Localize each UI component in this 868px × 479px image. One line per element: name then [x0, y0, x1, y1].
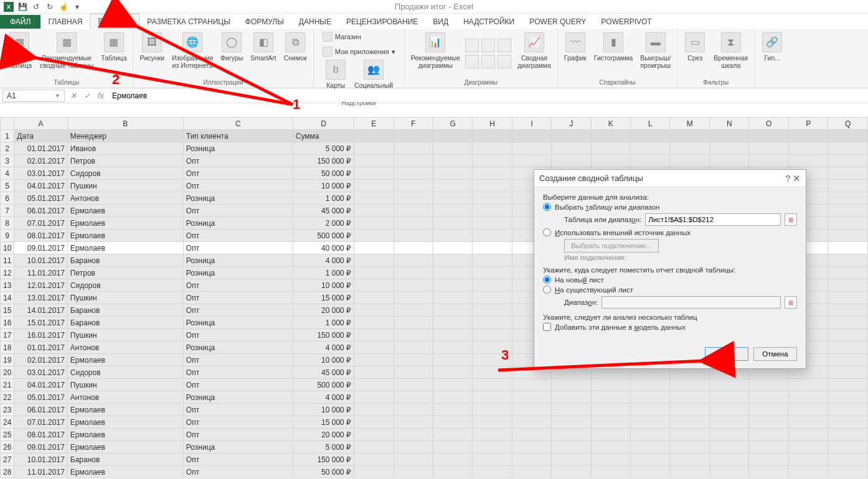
cell[interactable]: Розница: [183, 192, 293, 205]
opt-existing-sheet[interactable]: На существующий лист: [543, 286, 797, 294]
row-header[interactable]: 11: [1, 254, 14, 267]
row-header[interactable]: 20: [1, 366, 14, 379]
cell[interactable]: [433, 180, 472, 192]
cell[interactable]: [591, 142, 630, 155]
enter-icon[interactable]: ✓: [82, 91, 92, 100]
cell[interactable]: [473, 391, 512, 404]
cell[interactable]: [512, 404, 551, 416]
cell[interactable]: [394, 254, 433, 267]
tab-file[interactable]: ФАЙЛ: [0, 15, 40, 29]
cell[interactable]: [354, 242, 394, 254]
fx-icon[interactable]: fx: [96, 91, 106, 100]
cell[interactable]: [394, 180, 433, 192]
cell[interactable]: [433, 441, 472, 453]
cell[interactable]: [394, 142, 433, 155]
cell[interactable]: [473, 192, 512, 205]
cell[interactable]: Ермолаев: [67, 230, 183, 242]
cell[interactable]: [670, 441, 710, 453]
cell[interactable]: [670, 130, 710, 142]
cell[interactable]: [354, 167, 394, 180]
cell[interactable]: [749, 142, 788, 155]
cell[interactable]: [828, 292, 868, 304]
row-header[interactable]: 14: [1, 292, 14, 304]
cell[interactable]: [354, 441, 394, 453]
row-header[interactable]: 24: [1, 416, 14, 429]
cell[interactable]: 150 000 ₽: [293, 453, 354, 466]
cell[interactable]: 03.01.2017: [14, 366, 67, 379]
chart-type-icon[interactable]: [498, 55, 511, 68]
cell[interactable]: 150 000 ₽: [293, 329, 354, 342]
row-header[interactable]: 21: [1, 379, 14, 391]
cell[interactable]: 10 000 ₽: [293, 404, 354, 416]
cell[interactable]: 5 000 ₽: [293, 142, 354, 155]
slicer-button[interactable]: ▭Срез: [681, 30, 709, 63]
cell[interactable]: [394, 155, 433, 167]
cell[interactable]: [354, 217, 394, 230]
cancel-button[interactable]: Отмена: [753, 347, 797, 361]
table-row[interactable]: 2508.01.2017ЕрмолаевОпт20 000 ₽: [1, 429, 868, 441]
cell[interactable]: [433, 379, 472, 391]
cell[interactable]: 04.01.2017: [14, 379, 67, 391]
cell[interactable]: [709, 404, 748, 416]
cell[interactable]: [552, 379, 591, 391]
cell[interactable]: Опт: [183, 279, 293, 292]
chart-type-icon[interactable]: [465, 39, 479, 52]
tab-home[interactable]: ГЛАВНАЯ: [40, 15, 90, 29]
cell[interactable]: [394, 267, 433, 279]
cell[interactable]: [354, 453, 394, 466]
cell[interactable]: Опт: [183, 155, 293, 167]
cell[interactable]: [749, 453, 788, 466]
cell[interactable]: [591, 466, 630, 478]
dialog-title-bar[interactable]: Создание сводной таблицы ? ✕: [534, 170, 806, 187]
cell[interactable]: [828, 441, 868, 453]
cancel-icon[interactable]: ✕: [68, 91, 78, 100]
cell[interactable]: Баранов: [67, 317, 183, 329]
cell[interactable]: [394, 242, 433, 254]
cell[interactable]: [354, 317, 394, 329]
row-header[interactable]: 6: [1, 192, 14, 205]
cell[interactable]: [591, 404, 630, 416]
cell[interactable]: [709, 429, 748, 441]
cell[interactable]: Розница: [183, 254, 293, 267]
cell[interactable]: [552, 404, 591, 416]
cell[interactable]: 500 000 ₽: [293, 379, 354, 391]
cell[interactable]: 20 000 ₽: [293, 304, 354, 317]
cell[interactable]: [670, 142, 710, 155]
cell[interactable]: [433, 142, 472, 155]
cell[interactable]: 4 000 ₽: [293, 342, 354, 354]
cell[interactable]: [433, 354, 472, 366]
cell[interactable]: 50 000 ₽: [293, 167, 354, 180]
cell[interactable]: [828, 304, 868, 317]
cell[interactable]: [473, 441, 512, 453]
cell[interactable]: Розница: [183, 342, 293, 354]
cell[interactable]: Опт: [183, 167, 293, 180]
cell[interactable]: [749, 379, 788, 391]
column-header[interactable]: K: [591, 118, 630, 130]
cell[interactable]: Баранов: [67, 254, 183, 267]
cell[interactable]: 16.01.2017: [14, 329, 67, 342]
cell[interactable]: [394, 466, 433, 478]
cell[interactable]: 11.01.2017: [14, 466, 67, 478]
cell[interactable]: 13.01.2017: [14, 292, 67, 304]
column-header[interactable]: I: [512, 118, 551, 130]
cell[interactable]: [433, 404, 472, 416]
cell[interactable]: [552, 142, 591, 155]
cell[interactable]: [433, 192, 472, 205]
row-header[interactable]: 23: [1, 404, 14, 416]
cell[interactable]: Баранов: [67, 304, 183, 317]
tab-addins[interactable]: НАДСТРОЙКИ: [456, 15, 522, 29]
dialog-help-icon[interactable]: ?: [785, 173, 790, 184]
cell[interactable]: 01.01.2017: [14, 342, 67, 354]
cell[interactable]: [512, 155, 551, 167]
cell[interactable]: Пушкин: [67, 329, 183, 342]
row-header[interactable]: 1: [1, 130, 14, 142]
cell[interactable]: [354, 391, 394, 404]
redo-icon[interactable]: ↻: [45, 2, 55, 12]
cell[interactable]: [354, 254, 394, 267]
table-row[interactable]: 1ДатаМенеджерТип клиентаСумма: [1, 130, 868, 142]
cell[interactable]: [394, 317, 433, 329]
cell[interactable]: [749, 441, 788, 453]
cell[interactable]: [473, 180, 512, 192]
cell[interactable]: [473, 205, 512, 217]
cell[interactable]: [749, 429, 788, 441]
